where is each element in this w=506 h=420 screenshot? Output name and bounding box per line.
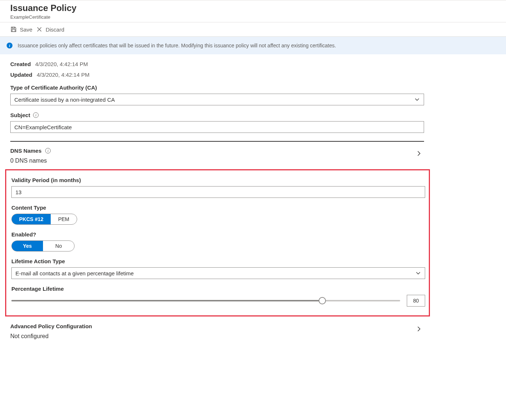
subject-info-icon[interactable]: i xyxy=(33,112,39,118)
info-text: Issuance policies only affect certificat… xyxy=(18,43,336,48)
dns-names-heading: DNS Names i xyxy=(10,148,51,154)
percentage-slider[interactable] xyxy=(11,296,400,305)
svg-rect-1 xyxy=(12,29,15,32)
info-banner: i Issuance policies only affect certific… xyxy=(0,37,506,54)
page-subtitle: ExampleCertificate xyxy=(10,14,506,20)
toolbar: Save Discard xyxy=(0,22,506,36)
percentage-slider-row: 80 xyxy=(11,295,425,307)
enabled-label: Enabled? xyxy=(11,231,424,238)
highlighted-section: Validity Period (in months) 13 Content T… xyxy=(5,169,430,316)
percentage-value-box[interactable]: 80 xyxy=(407,295,425,307)
lifetime-action-select[interactable]: E-mail all contacts at a given percentag… xyxy=(11,267,425,279)
ca-type-select[interactable]: Certificate issued by a non-integrated C… xyxy=(10,94,424,105)
chevron-right-icon xyxy=(415,148,423,158)
svg-rect-0 xyxy=(12,27,14,29)
slider-track xyxy=(11,300,322,301)
dns-names-summary: 0 DNS names xyxy=(10,158,51,164)
chevron-right-icon xyxy=(415,323,423,334)
enabled-no[interactable]: No xyxy=(43,241,74,251)
subject-label: Subject i xyxy=(10,112,506,118)
save-button[interactable]: Save xyxy=(10,26,32,33)
lifetime-action-label: Lifetime Action Type xyxy=(11,258,424,264)
info-icon: i xyxy=(7,43,12,48)
chevron-down-icon xyxy=(415,270,421,276)
created-value: 4/3/2020, 4:42:14 PM xyxy=(35,61,88,67)
ca-type-label: Type of Certificate Authority (CA) xyxy=(10,84,506,91)
enabled-yes[interactable]: Yes xyxy=(12,241,43,251)
advanced-policy-heading: Advanced Policy Configuration xyxy=(10,323,92,329)
advanced-policy-summary: Not configured xyxy=(10,333,92,340)
updated-value: 4/3/2020, 4:42:14 PM xyxy=(37,72,89,78)
created-label: Created xyxy=(10,61,31,67)
save-label: Save xyxy=(20,26,32,33)
content-type-label: Content Type xyxy=(11,204,424,211)
save-icon xyxy=(10,26,17,33)
validity-input[interactable]: 13 xyxy=(11,186,425,198)
dns-names-row[interactable]: DNS Names i 0 DNS names xyxy=(10,142,424,164)
ca-type-value: Certificate issued by a non-integrated C… xyxy=(14,97,115,103)
percentage-label: Percentage Lifetime xyxy=(11,286,424,292)
close-icon xyxy=(36,26,43,33)
content: Created 4/3/2020, 4:42:14 PM Updated 4/3… xyxy=(0,54,506,340)
created-row: Created 4/3/2020, 4:42:14 PM xyxy=(10,61,506,67)
subject-value: CN=ExampleCertificate xyxy=(14,124,72,130)
page-title: Issuance Policy xyxy=(10,3,506,14)
dns-label-text: DNS Names xyxy=(10,148,42,154)
enabled-toggle: Yes No xyxy=(11,240,75,251)
content-type-pem[interactable]: PEM xyxy=(51,214,76,224)
page-header: Issuance Policy ExampleCertificate xyxy=(0,0,506,22)
slider-thumb[interactable] xyxy=(319,297,326,304)
chevron-down-icon xyxy=(414,97,420,102)
dns-info-icon[interactable]: i xyxy=(45,148,51,153)
subject-input[interactable]: CN=ExampleCertificate xyxy=(10,121,424,133)
validity-label: Validity Period (in months) xyxy=(11,177,424,183)
discard-button[interactable]: Discard xyxy=(36,26,64,33)
lifetime-action-value: E-mail all contacts at a given percentag… xyxy=(15,270,134,276)
content-type-toggle: PKCS #12 PEM xyxy=(11,214,77,225)
discard-label: Discard xyxy=(46,26,64,33)
updated-row: Updated 4/3/2020, 4:42:14 PM xyxy=(10,72,506,78)
updated-label: Updated xyxy=(10,72,32,78)
subject-label-text: Subject xyxy=(10,112,30,118)
content-type-pkcs12[interactable]: PKCS #12 xyxy=(12,214,51,224)
validity-value: 13 xyxy=(15,189,22,195)
advanced-policy-row[interactable]: Advanced Policy Configuration Not config… xyxy=(10,316,424,340)
